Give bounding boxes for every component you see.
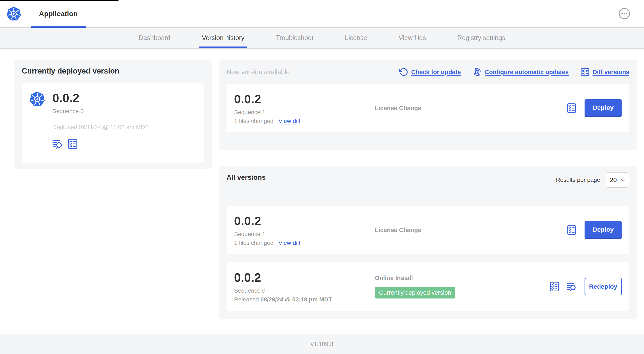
diff-versions-link[interactable]: Diff versions	[580, 68, 629, 77]
view-diff-link[interactable]: View diff	[278, 240, 300, 246]
page: Application Dashboard Version history Tr…	[0, 0, 644, 354]
new-version-panel: New version available Check for update	[219, 60, 637, 150]
main-content: Currently deployed version	[0, 49, 644, 334]
deploy-button[interactable]: Deploy	[584, 99, 622, 117]
results-per-page-select[interactable]: 20	[606, 172, 629, 188]
version-sequence: Sequence 0	[234, 287, 375, 294]
diff-icon	[580, 68, 590, 77]
current-version-deployed-date: Deployed 09/11/24 @ 11:02 am MDT	[52, 124, 149, 131]
all-versions-heading: All versions	[226, 173, 266, 181]
app-tab[interactable]: Application	[39, 0, 78, 27]
deploy-logs-button[interactable]	[566, 282, 577, 291]
configure-automatic-updates-link[interactable]: Configure automatic updates	[472, 68, 569, 77]
version-sequence: Sequence 1	[234, 231, 375, 237]
preflight-checks-button[interactable]	[567, 103, 576, 113]
version-number: 0.0.2	[234, 92, 375, 106]
version-source-label: License Change	[375, 227, 567, 234]
preflight-checklist-icon	[567, 225, 576, 235]
preflight-checks-button[interactable]	[567, 225, 576, 235]
view-diff-link[interactable]: View diff	[278, 118, 300, 124]
all-versions-panel: All versions Results per page: 20 0.0.2 …	[219, 166, 637, 319]
currently-deployed-panel: Currently deployed version	[14, 60, 212, 169]
currently-deployed-badge: Currently deployed version	[375, 287, 455, 298]
admin-console-version: v1.109.3	[311, 341, 333, 347]
tab-troubleshoot[interactable]: Troubleshoot	[276, 28, 314, 48]
results-per-page-value: 20	[610, 176, 617, 183]
tab-view-files[interactable]: View files	[399, 28, 426, 48]
preflight-checklist-icon	[550, 281, 559, 292]
deploy-logs-icon	[566, 282, 577, 291]
schedule-update-icon	[472, 68, 482, 77]
currently-deployed-heading: Currently deployed version	[22, 67, 204, 75]
deploy-button[interactable]: Deploy	[584, 221, 622, 239]
version-row: 0.0.2 Sequence 1 1 files changed View di…	[226, 206, 629, 254]
tab-dashboard[interactable]: Dashboard	[138, 28, 170, 48]
refresh-icon	[399, 68, 408, 77]
chevron-down-icon	[620, 177, 626, 183]
check-for-update-link[interactable]: Check for update	[399, 68, 461, 77]
screen-edge-artifact	[0, 0, 118, 1]
footer: v1.109.3	[0, 334, 644, 354]
preflight-checklist-icon	[567, 103, 576, 113]
preflight-checklist-icon	[68, 138, 78, 149]
version-released-date: Released 08/29/24 @ 03:18 pm MDT	[234, 296, 375, 303]
preflight-checks-button[interactable]	[68, 138, 78, 149]
deploy-logs-icon	[52, 139, 63, 149]
app-title: Application	[39, 10, 78, 18]
tab-license[interactable]: License	[345, 28, 367, 48]
version-number: 0.0.2	[234, 214, 375, 228]
current-version-sequence: Sequence 0	[52, 108, 149, 115]
files-changed-label: 1 files changed	[234, 118, 274, 124]
new-version-card: 0.0.2 Sequence 1 1 files changed View di…	[226, 84, 629, 132]
app-header: Application	[0, 0, 644, 28]
ellipsis-icon	[618, 8, 630, 20]
new-version-heading: New version available	[226, 68, 290, 76]
current-version-number: 0.0.2	[52, 91, 149, 105]
deploy-logs-button[interactable]	[52, 139, 63, 149]
version-source-label: Online Install	[375, 275, 550, 281]
kubernetes-logo-icon	[6, 6, 21, 21]
kubernetes-app-icon	[29, 91, 45, 107]
results-per-page-label: Results per page:	[556, 177, 602, 183]
redeploy-button[interactable]: Redeploy	[584, 278, 622, 295]
preflight-checks-button[interactable]	[550, 281, 559, 292]
overflow-menu-button[interactable]	[618, 8, 630, 20]
version-number: 0.0.2	[234, 270, 375, 284]
version-source-label: License Change	[375, 105, 567, 112]
tab-version-history[interactable]: Version history	[202, 28, 244, 48]
version-row: 0.0.2 Sequence 0 Released 08/29/24 @ 03:…	[226, 262, 629, 311]
app-subnav: Dashboard Version history Troubleshoot L…	[0, 28, 644, 49]
tab-registry-settings[interactable]: Registry settings	[457, 28, 505, 48]
files-changed-label: 1 files changed	[234, 240, 274, 246]
currently-deployed-card: 0.0.2 Sequence 0 Deployed 09/11/24 @ 11:…	[22, 83, 204, 163]
version-sequence: Sequence 1	[234, 109, 375, 116]
